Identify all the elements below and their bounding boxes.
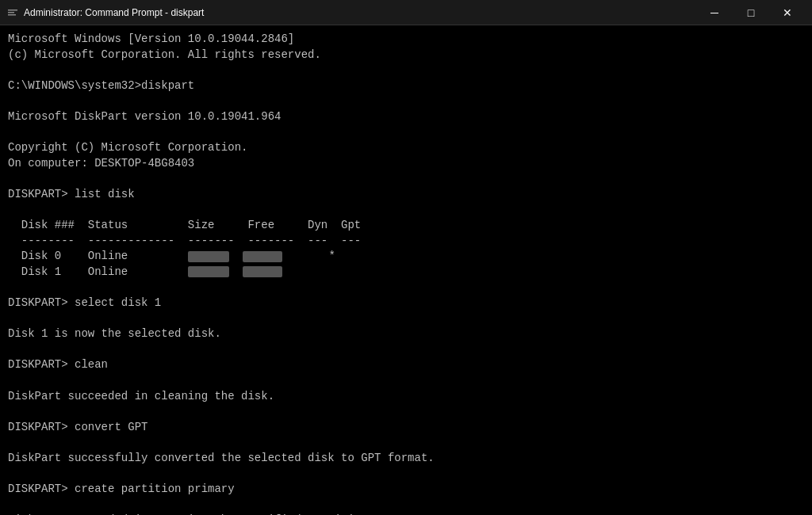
maximize-button[interactable]: □ (733, 0, 769, 25)
title-bar: Administrator: Command Prompt - diskpart… (0, 0, 812, 25)
line-select-cmd: DISKPART> select disk 1 (8, 296, 804, 311)
line-blank1 (8, 280, 804, 296)
line-table-header: Disk ### Status Size Free Dyn Gpt (8, 218, 804, 234)
disk0-size (188, 251, 229, 262)
window-controls: ─ □ ✕ (696, 0, 806, 25)
line-9: On computer: DESKTOP-4BG8403 (8, 156, 804, 172)
line-5 (8, 93, 804, 109)
console-output[interactable]: Microsoft Windows [Version 10.0.19044.28… (0, 25, 812, 515)
line-blank7 (8, 467, 804, 483)
line-blank5 (8, 404, 804, 420)
line-blank6 (8, 435, 804, 451)
line-convert-out: DiskPart successfully converted the sele… (8, 451, 804, 467)
window-title: Administrator: Command Prompt - diskpart (24, 7, 696, 18)
disk0-gpt: * (328, 250, 335, 262)
line-blank3 (8, 342, 804, 358)
line-10 (8, 171, 804, 187)
close-button[interactable]: ✕ (769, 0, 806, 25)
line-blank8 (8, 498, 804, 513)
line-disk0: Disk 0 Online * (8, 249, 804, 265)
disk1-free (243, 266, 282, 277)
window: Administrator: Command Prompt - diskpart… (0, 0, 812, 515)
disk1-size (188, 266, 229, 277)
line-2: (c) Microsoft Corporation. All rights re… (8, 48, 804, 63)
svg-rect-2 (8, 12, 14, 13)
line-11: DISKPART> list disk (8, 187, 804, 203)
line-1: Microsoft Windows [Version 10.0.19044.28… (8, 32, 804, 48)
svg-rect-3 (8, 14, 16, 16)
line-blank4 (8, 373, 804, 389)
svg-rect-1 (8, 10, 17, 11)
line-clean-cmd: DISKPART> clean (8, 357, 804, 373)
line-8: Copyright (C) Microsoft Corporation. (8, 140, 804, 156)
line-6: Microsoft DiskPart version 10.0.19041.96… (8, 109, 804, 125)
line-create-cmd: DISKPART> create partition primary (8, 482, 804, 498)
line-convert-cmd: DISKPART> convert GPT (8, 420, 804, 436)
line-select-out: Disk 1 is now the selected disk. (8, 326, 804, 342)
app-icon (6, 6, 19, 19)
line-blank2 (8, 311, 804, 327)
line-table-sep: -------- ------------- ------- ------- -… (8, 234, 804, 250)
line-disk1: Disk 1 Online (8, 265, 804, 280)
minimize-button[interactable]: ─ (696, 0, 733, 25)
line-3 (8, 63, 804, 78)
disk0-free (243, 251, 282, 262)
line-clean-out: DiskPart succeeded in cleaning the disk. (8, 389, 804, 405)
line-12 (8, 203, 804, 219)
line-4: C:\WINDOWS\system32>diskpart (8, 78, 804, 94)
line-7 (8, 125, 804, 141)
